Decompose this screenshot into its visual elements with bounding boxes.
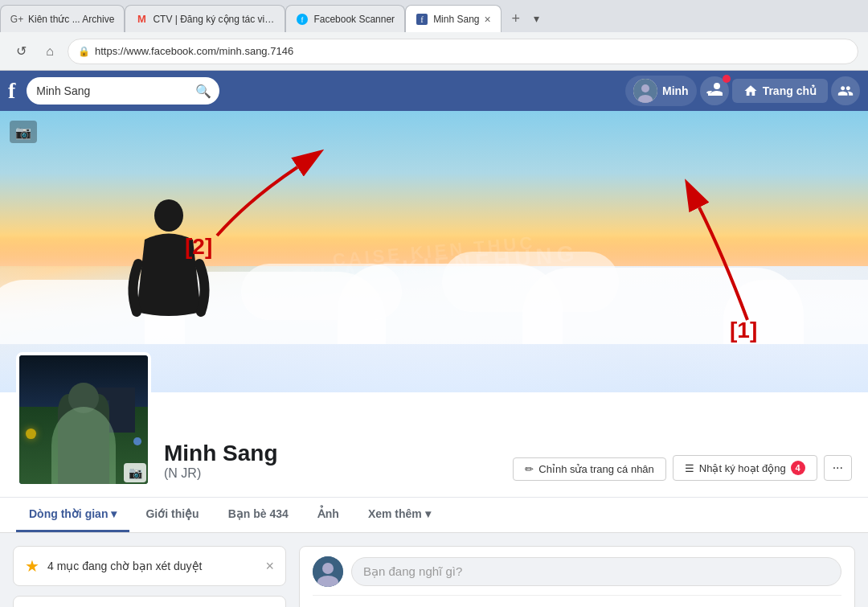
post-user-avatar [313,556,343,587]
profile-sub-name: (N JR) [164,466,500,481]
create-post-button[interactable]: ✏️ Tạo bài viết [313,604,440,607]
tab-more[interactable]: Xem thêm ▾ [355,498,444,532]
url-text: https://www.facebook.com/minh.sang.7146 [95,45,848,57]
header-nav-right: Minh Trang chủ [625,76,860,106]
profile-actions: ✏ Chỉnh sửa trang cá nhân ☰ Nhật ký hoạt… [513,455,852,487]
cover-photo-camera-button[interactable]: 📷 [10,121,37,143]
svg-text:f: f [420,14,424,24]
life-event-button[interactable]: 🚩 Sự kiện trong đời [714,604,842,607]
search-icon[interactable]: 🔍 [195,84,211,99]
activity-log-button[interactable]: ☰ Nhật ký hoạt động 4 [673,455,817,481]
avatar-camera-button[interactable]: 📷 [124,463,146,482]
profile-section: 📷 CHIASEKIENFHUNG CAISE KIEN THUC [0,111,868,533]
home-button[interactable]: ⌂ [39,40,61,63]
post-creation-box: Bạn đang nghĩ gì? ✏️ Tạo bài viết 📷 Ảnh/… [299,546,855,607]
lock-icon: 🔒 [78,46,90,57]
tab-photos[interactable]: Ảnh [305,498,352,532]
chevron-down-icon-more: ▾ [425,507,431,520]
profile-nav: Dòng thời gian ▾ Giới thiệu Bạn bè 434 Ả… [0,497,868,532]
user-avatar [633,79,657,103]
profile-info-row: 📷 Minh Sang (N JR) ✏ Chỉnh sửa trang cá … [0,352,868,497]
tab-about-label: Giới thiệu [145,507,199,520]
post-input-field[interactable]: Bạn đang nghĩ gì? [351,557,841,586]
cover-photo-area: 📷 CHIASEKIENFHUNG CAISE KIEN THUC [0,111,868,392]
tab-favicon-4: f [416,13,428,26]
photo-video-button[interactable]: 📷 Ảnh/Video [447,604,575,607]
svg-point-12 [322,563,334,574]
trang-chu-button[interactable]: Trang chủ [732,79,828,103]
url-bar[interactable]: 🔒 https://www.facebook.com/minh.sang.714… [68,39,858,64]
notification-dot [723,75,731,83]
contacts-button[interactable] [831,76,860,105]
post-actions-row: ✏️ Tạo bài viết 📷 Ảnh/Video 🎥 Video trực… [313,595,841,607]
tab-kienfhung[interactable]: G+ Kiên thức ... Archive [0,5,125,32]
chevron-down-icon: ▾ [111,507,117,520]
header-user-name: Minh [662,84,689,97]
log-icon: ☰ [685,462,694,474]
tab-friends[interactable]: Bạn bè 434 [215,498,301,532]
edit-profile-button[interactable]: ✏ Chỉnh sửa trang cá nhân [513,457,666,481]
tab-label-2: CTV | Đăng ký cộng tác viên [153,14,275,25]
pending-review-notification: ★ 4 mục đang chờ bạn xét duyệt × [13,546,286,586]
tab-more-label: Xem thêm [368,507,422,520]
person-silhouette [121,183,217,344]
user-profile-button[interactable]: Minh [625,76,697,106]
profile-name: Minh Sang [164,441,500,466]
log-badge: 4 [791,461,805,475]
refresh-button[interactable]: ↺ [10,40,32,63]
right-content: Bạn đang nghĩ gì? ✏️ Tạo bài viết 📷 Ảnh/… [299,546,855,607]
cover-photo: 📷 CHIASEKIENFHUNG CAISE KIEN THUC [0,111,868,392]
tab-fbscanner[interactable]: f Facebook Scanner [285,5,405,32]
notification-close-button[interactable]: × [265,558,274,575]
search-input[interactable] [36,84,190,97]
facebook-header: f 🔍 Minh [0,71,868,111]
left-sidebar: ★ 4 mục đang chờ bạn xét duyệt × Giới th… [13,546,286,607]
tab-favicon-1: G+ [10,13,23,26]
tab-ctv[interactable]: M CTV | Đăng ký cộng tác viên [125,5,285,32]
tab-about[interactable]: Giới thiệu [133,498,211,532]
tab-favicon-3: f [296,13,309,26]
tab-photos-label: Ảnh [317,507,339,520]
tab-close-button[interactable]: × [485,13,491,26]
tab-favicon-2: M [135,13,148,26]
tab-label-3: Facebook Scanner [313,14,395,25]
tab-timeline[interactable]: Dòng thời gian ▾ [16,498,129,532]
intro-box: Giới thiệu Thêm tiểu sử... [13,596,286,607]
tab-friends-label: Bạn bè 434 [228,507,289,520]
more-actions-button[interactable]: ··· [824,455,852,481]
profile-avatar-wrapper: 📷 [16,352,151,487]
tab-timeline-label: Dòng thời gian [29,507,108,520]
main-content: ★ 4 mục đang chờ bạn xét duyệt × Giới th… [0,533,868,607]
edit-icon: ✏ [525,463,534,475]
post-input-row: Bạn đang nghĩ gì? [313,556,841,587]
facebook-logo[interactable]: f [8,78,15,104]
tab-label-1: Kiên thức ... Archive [28,14,114,25]
profile-name-area: Minh Sang (N JR) [164,441,500,487]
tab-bar: G+ Kiên thức ... Archive M CTV | Đăng ký… [0,0,868,32]
tab-more-button[interactable]: ▾ [527,5,547,32]
friends-icon-wrap [700,76,729,105]
search-bar[interactable]: 🔍 [27,77,219,105]
trang-chu-label: Trang chủ [763,84,817,97]
new-tab-button[interactable]: + [505,5,527,32]
svg-point-7 [154,199,183,232]
tab-label-4: Minh Sang [433,14,479,25]
live-video-button[interactable]: 🎥 Video trực tiếp [580,604,708,607]
browser-window: G+ Kiên thức ... Archive M CTV | Đăng ký… [0,0,868,607]
tab-minh-sang[interactable]: f Minh Sang × [405,5,502,32]
pending-review-text: 4 mục đang chờ bạn xét duyệt [47,560,257,572]
page-content: f 🔍 Minh [0,71,868,607]
post-placeholder: Bạn đang nghĩ gì? [363,564,462,578]
address-bar: ↺ ⌂ 🔒 https://www.facebook.com/minh.sang… [0,32,868,71]
svg-point-5 [641,84,649,92]
star-icon: ★ [25,556,39,576]
